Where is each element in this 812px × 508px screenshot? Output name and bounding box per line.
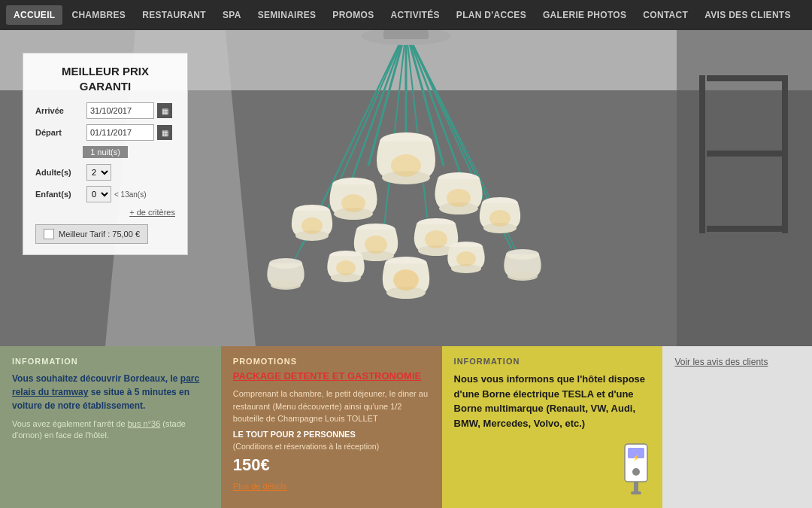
svg-rect-63: [631, 491, 641, 494]
arrival-row: Arrivée ▦: [35, 102, 175, 119]
age-hint: < 13an(s): [114, 190, 147, 199]
svg-point-40: [365, 236, 387, 254]
svg-point-54: [271, 281, 301, 290]
booking-widget: MEILLEUR PRIXGARANTI Arrivée ▦ Départ ▦ …: [23, 53, 188, 255]
departure-row: Départ ▦: [35, 124, 175, 141]
svg-point-25: [391, 154, 421, 177]
nav-item-promos[interactable]: PROMOS: [325, 5, 381, 25]
adults-row: Adulte(s) 2134: [35, 164, 175, 181]
best-rate-button[interactable]: Meilleur Tarif : 75,00 €: [35, 224, 148, 244]
panel-reviews: Voir les avis des clients: [662, 346, 812, 508]
promo-name: PACKAGE DETENTE ET GASTRONOMIE: [233, 370, 430, 382]
bus-link[interactable]: bus n°36: [128, 419, 161, 428]
nav-item-chambres[interactable]: CHAMBRES: [64, 5, 133, 25]
svg-point-37: [489, 210, 511, 227]
svg-rect-6: [707, 151, 782, 157]
nav-item-plan[interactable]: PLAN D'ACCES: [449, 5, 534, 25]
svg-rect-5: [707, 75, 782, 81]
promo-more-link[interactable]: Plus de détails: [233, 482, 287, 491]
svg-point-61: [632, 468, 640, 476]
panel1-footer: Vous avez également l'arrêt de bus n°36 …: [12, 418, 209, 442]
arrival-calendar-icon[interactable]: ▦: [157, 103, 172, 118]
arrival-label: Arrivée: [35, 106, 86, 115]
departure-label: Départ: [35, 128, 86, 137]
panel-info-electric: INFORMATION Nous vous informons que l'hô…: [442, 346, 663, 508]
departure-calendar-icon[interactable]: ▦: [157, 125, 172, 140]
svg-point-31: [447, 189, 471, 207]
svg-rect-58: [383, 30, 429, 39]
panel1-body: Vous souhaitez découvrir Bordeaux, le pa…: [12, 372, 209, 412]
nav-item-galerie[interactable]: GALERIE PHOTOS: [535, 5, 634, 25]
promo-desc: Comprenant la chambre, le petit déjeuner…: [233, 388, 430, 425]
panel3-title: INFORMATION: [454, 357, 651, 366]
adults-select[interactable]: 2134: [86, 164, 111, 181]
svg-point-43: [425, 230, 447, 248]
nav-item-accueil[interactable]: ACCUEIL: [6, 5, 62, 25]
nav-item-spa[interactable]: SPA: [215, 5, 249, 25]
nights-badge: 1 nuit(s): [83, 146, 128, 158]
svg-point-56: [508, 272, 538, 281]
svg-rect-62: [634, 482, 638, 493]
departure-input[interactable]: [86, 124, 154, 141]
svg-rect-7: [707, 226, 782, 232]
svg-point-49: [456, 251, 476, 266]
svg-point-46: [336, 260, 356, 275]
promo-price: 150€: [233, 455, 430, 475]
panel-info-bordeaux: INFORMATION Vous souhaitez découvrir Bor…: [0, 346, 221, 508]
ev-charger-image: ⚡: [617, 440, 655, 500]
best-rate-label: Meilleur Tarif : 75,00 €: [59, 230, 140, 239]
svg-text:⚡: ⚡: [632, 454, 640, 461]
svg-rect-8: [699, 75, 705, 233]
svg-point-52: [393, 269, 419, 291]
more-criteria-link[interactable]: + de critères: [35, 208, 175, 217]
panel-promotions: PROMOTIONS PACKAGE DETENTE ET GASTRONOMI…: [221, 346, 442, 508]
arrival-input[interactable]: [86, 102, 154, 119]
panel2-title: PROMOTIONS: [233, 357, 430, 366]
main-navigation: ACCUEIL CHAMBRES RESTAURANT SPA SEMINAIR…: [0, 0, 812, 30]
panel3-body: Nous vous informons que l'hôtel dispose …: [454, 372, 651, 430]
children-label: Enfant(s): [35, 190, 86, 199]
nav-item-activites[interactable]: ACTIVITÉS: [383, 5, 447, 25]
hero-section: MEILLEUR PRIXGARANTI Arrivée ▦ Départ ▦ …: [0, 30, 812, 346]
promo-subtitle: LE TOUT POUR 2 PERSONNES: [233, 430, 430, 439]
adults-label: Adulte(s): [35, 168, 86, 177]
bottom-panels: INFORMATION Vous souhaitez découvrir Bor…: [0, 346, 812, 508]
checkmark-icon: [44, 229, 54, 239]
reviews-link[interactable]: Voir les avis des clients: [674, 357, 768, 367]
nav-item-restaurant[interactable]: RESTAURANT: [135, 5, 214, 25]
svg-rect-9: [782, 75, 788, 233]
tramway-link[interactable]: parc relais du tramway: [12, 373, 199, 397]
booking-title: MEILLEUR PRIXGARANTI: [35, 64, 175, 93]
children-select[interactable]: 0123: [86, 186, 111, 202]
svg-point-28: [341, 194, 365, 212]
nav-item-seminaires[interactable]: SEMINAIRES: [250, 5, 324, 25]
children-row: Enfant(s) 0123 < 13an(s): [35, 186, 175, 202]
panel1-title: INFORMATION: [12, 357, 209, 366]
svg-point-34: [301, 217, 323, 234]
nav-item-avis[interactable]: AVIS DES CLIENTS: [697, 5, 798, 25]
nav-item-contact[interactable]: CONTACT: [635, 5, 695, 25]
promo-conditions: (Conditions et réservations à la récepti…: [233, 442, 430, 451]
